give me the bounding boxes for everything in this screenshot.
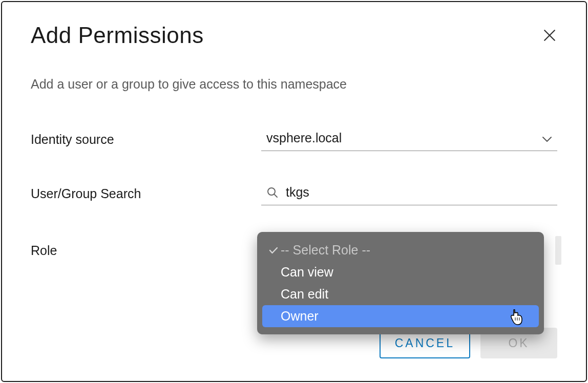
role-option-can-view[interactable]: Can view (262, 261, 539, 283)
dialog-header: Add Permissions (31, 23, 557, 48)
user-group-search-label: User/Group Search (31, 186, 261, 201)
check-icon (266, 247, 281, 254)
search-icon (266, 186, 279, 199)
identity-source-select[interactable]: vsphere.local (261, 127, 557, 151)
user-group-search-input[interactable] (286, 185, 552, 200)
close-icon (543, 29, 556, 42)
role-underlying-select-edge (555, 236, 561, 265)
role-row: Role -- Select Role -- Can view Can edit (31, 236, 557, 258)
identity-source-value: vsphere.local (266, 131, 342, 145)
user-group-search-row: User/Group Search (31, 182, 557, 205)
role-option-placeholder-label: -- Select Role -- (281, 243, 533, 258)
chevron-down-icon (542, 131, 552, 145)
role-option-label: Can view (281, 265, 533, 280)
svg-line-3 (274, 194, 277, 197)
identity-source-field[interactable]: vsphere.local (261, 127, 557, 151)
role-option-label: Owner (281, 309, 533, 324)
dialog-title: Add Permissions (31, 23, 204, 48)
dialog-subtitle: Add a user or a group to give access to … (31, 77, 557, 92)
user-group-search-wrapper (261, 182, 557, 205)
role-option-owner[interactable]: Owner (262, 305, 539, 327)
role-label: Role (31, 236, 261, 258)
role-dropdown[interactable]: -- Select Role -- Can view Can edit Owne… (257, 232, 544, 334)
close-button[interactable] (542, 28, 557, 43)
role-option-label: Can edit (281, 287, 533, 302)
identity-source-label: Identity source (31, 132, 261, 147)
role-option-can-edit[interactable]: Can edit (262, 283, 539, 305)
identity-source-row: Identity source vsphere.local (31, 127, 557, 151)
user-group-search-field (261, 182, 557, 205)
add-permissions-dialog: Add Permissions Add a user or a group to… (1, 1, 587, 382)
role-option-placeholder: -- Select Role -- (262, 239, 539, 261)
